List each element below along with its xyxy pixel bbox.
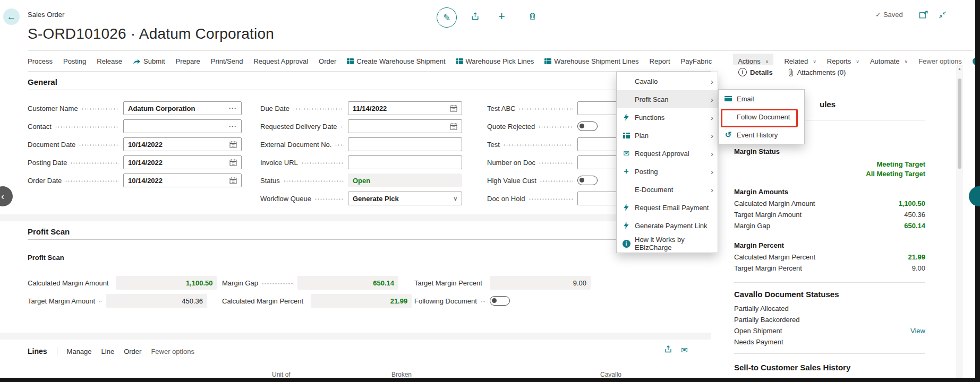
open-in-new-window-button[interactable] — [919, 11, 928, 21]
column-header-unit-of[interactable]: Unit of — [272, 371, 291, 378]
calendar-icon[interactable] — [229, 141, 237, 148]
share-button[interactable] — [471, 12, 480, 23]
edit-button[interactable]: ✎ — [437, 7, 457, 28]
warehouse-pick-icon — [456, 58, 463, 64]
delete-button[interactable] — [529, 12, 536, 23]
tab-attachments[interactable]: Attachments (0) — [788, 68, 846, 76]
panel-edge-button[interactable] — [969, 186, 980, 206]
field-order-date: Order Date 10/14/2022 — [28, 171, 242, 189]
menu-item-cavallo[interactable]: Cavallo› — [617, 72, 718, 90]
menu-posting[interactable]: Posting — [63, 57, 86, 65]
collapse-nav-button[interactable]: ‹ — [0, 186, 13, 206]
external-document-no-input[interactable] — [348, 137, 462, 151]
status-needs-payment: Needs Payment — [734, 338, 925, 346]
invoice-url-input[interactable] — [348, 155, 462, 169]
customer-name-input[interactable]: Adatum Corporation ··· — [123, 101, 242, 115]
menu-prepare[interactable]: Prepare — [176, 57, 200, 65]
lines-fewer-options[interactable]: Fewer options — [151, 348, 194, 355]
menu-reports[interactable]: Reports∨ — [827, 57, 859, 65]
menu-item-request-email-payment[interactable]: Request Email Payment — [617, 198, 718, 216]
share-lines-button[interactable] — [664, 345, 672, 355]
toggle-knob — [580, 124, 584, 128]
workflow-queue-select[interactable]: Generate Pick ∨ — [348, 192, 462, 205]
menu-print-send[interactable]: Print/Send — [211, 57, 243, 65]
email-icon — [724, 96, 732, 101]
lines-menu-manage[interactable]: Manage — [67, 348, 92, 355]
menu-request-approval[interactable]: Request Approval — [253, 57, 308, 65]
scroll-up-icon[interactable]: ▲ — [958, 67, 961, 71]
column-header-broken[interactable]: Broken — [391, 371, 412, 378]
menu-process[interactable]: Process — [28, 57, 53, 65]
field-invoice-url: Invoice URL — [260, 153, 462, 171]
following-document-toggle[interactable] — [490, 296, 510, 306]
menu-create-warehouse-shipment[interactable]: Create Warehouse Shipment — [347, 57, 445, 65]
calendar-icon[interactable] — [450, 105, 457, 112]
new-button[interactable]: + — [498, 10, 505, 23]
menu-automate[interactable]: Automate∨ — [870, 57, 908, 65]
requested-delivery-date-input[interactable] — [348, 119, 462, 133]
menu-item-functions[interactable]: Functions› — [617, 108, 718, 126]
submenu-item-email[interactable]: Email — [719, 90, 804, 108]
lines-toolbar: Lines Manage Line Order Fewer options — [28, 343, 194, 360]
menu-release[interactable]: Release — [97, 57, 122, 65]
document-date-input[interactable]: 10/14/2022 — [123, 137, 242, 151]
menu-warehouse-pick-lines[interactable]: Warehouse Pick Lines — [456, 57, 534, 65]
high-value-cust-toggle[interactable] — [577, 176, 598, 185]
field-contact: Contact ··· — [28, 117, 242, 135]
menu-warehouse-shipment-lines[interactable]: Warehouse Shipment Lines — [544, 57, 638, 65]
info-icon: i — [622, 240, 630, 248]
chevron-down-icon[interactable]: ∨ — [454, 196, 457, 202]
dotted-leader — [55, 126, 119, 128]
menu-item-profit-scan[interactable]: Profit Scan› — [617, 90, 718, 108]
view-link[interactable]: View — [910, 327, 925, 335]
lookup-button[interactable]: ··· — [229, 123, 237, 130]
chevron-down-icon: ∨ — [765, 59, 769, 64]
cavallo-statuses-header: Cavallo Document Statuses — [734, 290, 839, 299]
calendar-icon[interactable] — [229, 159, 237, 166]
calendar-icon[interactable] — [229, 177, 237, 184]
menu-report[interactable]: Report — [650, 57, 670, 65]
lookup-button[interactable]: ··· — [229, 105, 237, 112]
tab-details[interactable]: i Details — [738, 68, 773, 76]
lightning-icon — [622, 222, 630, 229]
submenu-item-follow-document[interactable]: Follow Document — [719, 108, 804, 126]
submenu-item-event-history[interactable]: ↺ Event History — [719, 126, 804, 144]
fewer-options-button[interactable]: Fewer options — [918, 57, 962, 65]
order-date-input[interactable]: 10/14/2022 — [123, 173, 242, 187]
back-button[interactable]: ← — [3, 8, 20, 25]
menu-item-how-it-works[interactable]: i How it Works by EBizCharge — [617, 235, 718, 253]
email-lines-button[interactable]: ✉ — [681, 345, 688, 355]
menu-item-generate-payment-link[interactable]: Generate Payment Link — [617, 216, 718, 235]
menu-item-e-document[interactable]: E-Document› — [617, 180, 718, 198]
panel-row-calculated-margin-percent: Calculated Margin Percent21.99 — [734, 253, 925, 261]
field-calculated-margin-amount: Calculated Margin Amount 1,100.50 — [28, 274, 207, 292]
menu-order[interactable]: Order — [319, 57, 336, 65]
pencil-icon: ✎ — [443, 12, 450, 23]
general-section-header[interactable]: General — [28, 77, 702, 90]
minimize-button[interactable] — [938, 11, 947, 21]
calendar-icon[interactable] — [450, 123, 457, 130]
menu-item-plan[interactable]: Plan› — [617, 126, 718, 144]
posting-plus-icon: + — [622, 167, 630, 176]
quote-rejected-toggle[interactable] — [577, 121, 598, 131]
contact-input[interactable]: ··· — [123, 119, 242, 133]
menu-submit[interactable]: Submit — [133, 57, 165, 65]
profit-scan-section-header[interactable]: Profit Scan — [28, 227, 702, 240]
lines-menu-line[interactable]: Line — [101, 348, 115, 355]
factbox-scrollbar[interactable]: ▲ — [956, 65, 963, 378]
lines-menu-order[interactable]: Order — [124, 348, 141, 355]
info-icon: i — [738, 68, 747, 76]
menu-item-request-approval[interactable]: ✉ Request Approval› — [617, 144, 718, 162]
lines-section-header[interactable]: Lines — [28, 347, 47, 355]
scrollbar-thumb[interactable] — [958, 79, 961, 169]
menu-payfabric[interactable]: PayFabric — [681, 57, 712, 65]
approval-envelope-icon: ✉ — [622, 149, 630, 158]
dotted-leader — [314, 198, 344, 200]
menu-related[interactable]: Related∨ — [784, 57, 816, 65]
menu-item-posting[interactable]: + Posting› — [617, 162, 718, 180]
due-date-input[interactable]: 11/14/2022 — [348, 101, 462, 115]
field-status: Status Open — [260, 171, 462, 189]
dotted-leader — [340, 126, 344, 128]
posting-date-input[interactable]: 10/14/2022 — [123, 155, 242, 169]
column-header-cavallo[interactable]: Cavallo — [600, 371, 621, 378]
